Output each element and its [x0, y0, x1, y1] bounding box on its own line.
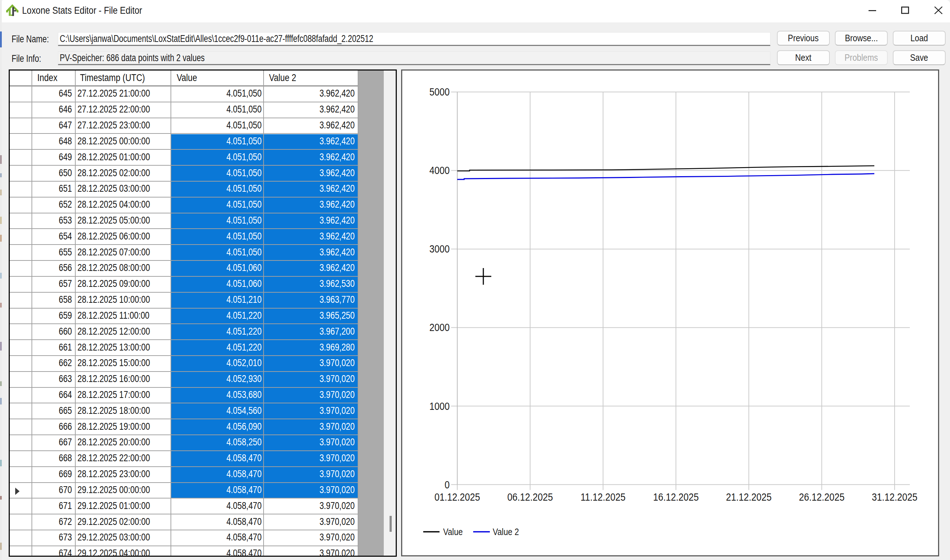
svg-text:Value 2: Value 2 [493, 526, 519, 537]
svg-text:01.12.2025: 01.12.2025 [435, 491, 480, 503]
svg-text:3000: 3000 [429, 243, 450, 255]
svg-text:0: 0 [444, 478, 450, 491]
svg-text:21.12.2025: 21.12.2025 [726, 491, 771, 503]
svg-text:Value: Value [443, 526, 463, 537]
svg-text:26.12.2025: 26.12.2025 [799, 491, 845, 503]
svg-text:1000: 1000 [429, 400, 450, 412]
svg-text:31.12.2025: 31.12.2025 [872, 491, 918, 503]
svg-text:11.12.2025: 11.12.2025 [581, 491, 626, 503]
svg-text:5000: 5000 [429, 86, 450, 98]
svg-text:2000: 2000 [429, 321, 450, 334]
svg-text:16.12.2025: 16.12.2025 [653, 491, 699, 503]
svg-text:4000: 4000 [429, 164, 450, 177]
svg-text:06.12.2025: 06.12.2025 [507, 491, 553, 503]
